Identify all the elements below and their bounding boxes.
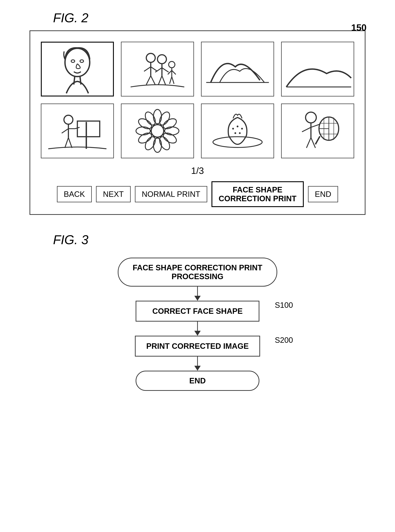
svg-point-43 (137, 131, 153, 145)
svg-point-51 (235, 132, 236, 134)
svg-line-15 (159, 76, 162, 85)
svg-point-46 (143, 110, 157, 127)
thumbnail-person-sign[interactable] (41, 103, 114, 158)
face-shape-correction-print-button[interactable]: FACE SHAPECORRECTION PRINT (211, 181, 304, 207)
thumbnail-flower[interactable] (121, 103, 194, 158)
fig2-label-150: 150 (351, 22, 367, 33)
svg-point-50 (241, 128, 243, 129)
thumbnail-grid (41, 42, 354, 158)
svg-point-5 (146, 53, 155, 62)
fig2-container: 150 (29, 30, 366, 215)
svg-point-11 (158, 55, 167, 64)
svg-line-22 (172, 77, 174, 84)
step1-row: CORRECT FACE SHAPE S100 (91, 301, 304, 322)
svg-line-10 (151, 76, 155, 85)
svg-point-41 (154, 138, 162, 152)
step1-label: S100 (275, 301, 293, 310)
svg-point-45 (137, 117, 153, 131)
thumbnail-mountains[interactable] (201, 42, 274, 97)
flowchart-step1: CORRECT FACE SHAPE (136, 301, 259, 322)
svg-line-27 (62, 129, 68, 133)
fig2-title: FIG. 2 (53, 11, 88, 25)
svg-point-47 (213, 137, 262, 148)
end-button[interactable]: END (308, 186, 338, 202)
flowchart-end: END (136, 371, 259, 391)
svg-line-57 (307, 138, 311, 148)
svg-line-21 (170, 77, 172, 84)
svg-line-9 (146, 76, 151, 85)
svg-point-36 (158, 110, 172, 127)
svg-point-1 (71, 60, 75, 62)
svg-line-30 (68, 138, 72, 148)
svg-line-16 (162, 76, 165, 85)
thumbnail-hill[interactable] (281, 42, 354, 97)
svg-point-37 (162, 117, 178, 131)
flowchart-step2: PRINT CORRECTED IMAGE (135, 336, 260, 357)
flowchart: FACE SHAPE CORRECTION PRINTPROCESSING CO… (91, 258, 304, 391)
svg-point-52 (239, 132, 241, 134)
next-button[interactable]: NEXT (96, 186, 131, 202)
thumbnail-person-racket[interactable] (281, 103, 354, 158)
button-row: BACK NEXT NORMAL PRINT FACE SHAPECORRECT… (41, 181, 354, 207)
thumbnail-food[interactable] (201, 103, 274, 158)
svg-point-49 (236, 125, 238, 127)
svg-line-62 (315, 136, 320, 144)
svg-point-53 (306, 112, 316, 123)
svg-point-39 (162, 131, 178, 145)
back-button[interactable]: BACK (57, 186, 92, 202)
thumbnail-face-portrait[interactable] (41, 42, 114, 97)
svg-point-42 (143, 135, 157, 151)
svg-line-14 (162, 68, 169, 72)
step2-label: S200 (275, 336, 293, 344)
svg-point-48 (232, 128, 234, 129)
svg-point-35 (154, 109, 162, 124)
svg-line-7 (144, 67, 151, 71)
svg-point-40 (158, 135, 172, 151)
arrow-3 (194, 357, 201, 371)
step2-row: PRINT CORRECTED IMAGE S200 (91, 336, 304, 357)
svg-point-0 (65, 48, 90, 76)
svg-line-20 (172, 70, 176, 74)
arrow-2 (194, 322, 201, 336)
svg-line-29 (65, 138, 68, 148)
svg-point-17 (169, 61, 175, 68)
svg-line-58 (311, 138, 315, 148)
thumbnail-people[interactable] (121, 42, 194, 97)
arrow-1 (194, 287, 201, 301)
normal-print-button[interactable]: NORMAL PRINT (135, 186, 207, 202)
svg-line-55 (302, 127, 311, 132)
svg-rect-32 (77, 121, 100, 137)
svg-point-38 (165, 127, 179, 135)
page-indicator: 1/3 (41, 165, 354, 176)
svg-point-25 (64, 115, 73, 124)
svg-point-2 (80, 60, 83, 62)
fig3-title: FIG. 3 (53, 232, 88, 247)
flowchart-start: FACE SHAPE CORRECTION PRINTPROCESSING (118, 258, 277, 287)
svg-point-34 (151, 124, 164, 137)
svg-line-8 (151, 67, 158, 71)
svg-point-44 (136, 127, 150, 135)
